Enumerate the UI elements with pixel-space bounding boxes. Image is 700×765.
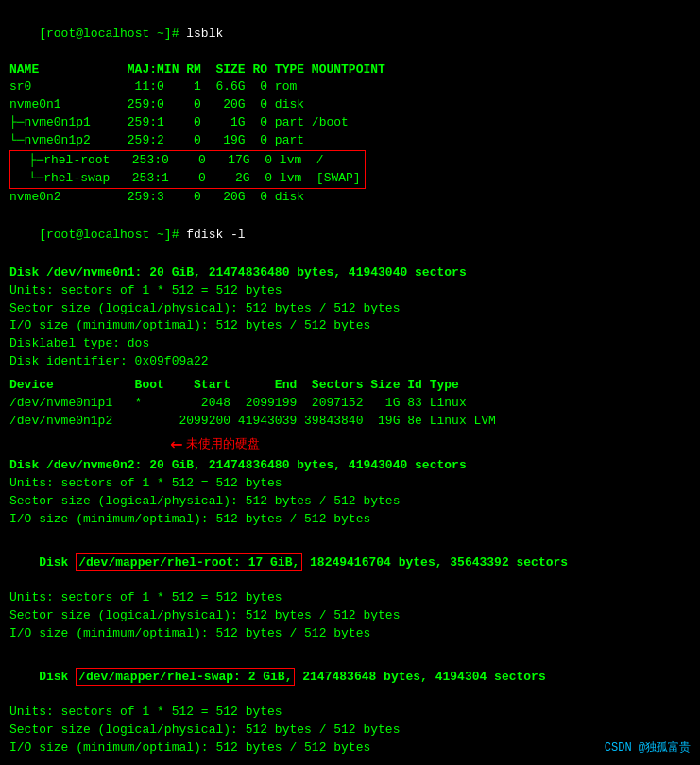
partition-row-2: /dev/nvme0n1p2 2099200 41943039 39843840…: [9, 413, 691, 431]
annotation-text: 未使用的硬盘: [186, 435, 260, 452]
prompt-2: [root@localhost ~]#: [39, 228, 186, 242]
disk-rhel-swap-header: Disk /dev/mapper/rhel-swap: 2 GiB, 21474…: [9, 651, 691, 705]
cmd-1: lsblk: [186, 26, 223, 41]
prompt-line-2: [root@localhost ~]# fdisk -l: [9, 209, 691, 263]
disk-nvme0n2-header: Disk /dev/nvme0n2: 20 GiB, 21474836480 b…: [9, 457, 691, 475]
terminal-window: [root@localhost ~]# lsblk NAME MAJ:MIN R…: [9, 8, 691, 765]
nvme0n1-identifier: Disk identifier: 0x09f09a22: [9, 353, 691, 371]
rhel-root-boxed: /dev/mapper/rhel-root: 17 GiB,: [76, 553, 302, 571]
cmd-2: fdisk -l: [186, 228, 245, 242]
nvme0n2-units: Units: sectors of 1 * 512 = 512 bytes: [9, 475, 691, 493]
lsblk-row-nvme0n1p1: ├─nvme0n1p1 259:1 0 1G 0 part /boot: [9, 114, 691, 132]
lsblk-row-nvme0n1: nvme0n1 259:0 0 20G 0 disk: [9, 96, 691, 114]
prompt-line-3: [root@localhost ~]#: [9, 759, 691, 765]
nvme0n1-disklabel: Disklabel type: dos: [9, 335, 691, 353]
nvme0n2-sector-size: Sector size (logical/physical): 512 byte…: [9, 493, 691, 511]
rhel-swap-sector-size: Sector size (logical/physical): 512 byte…: [9, 722, 691, 740]
partition-row-1: /dev/nvme0n1p1 * 2048 2099199 2097152 1G…: [9, 395, 691, 413]
prompt-line-1: [root@localhost ~]# lsblk: [9, 8, 691, 61]
lsblk-header: NAME MAJ:MIN RM SIZE RO TYPE MOUNTPOINT: [9, 61, 691, 79]
annotation-container: ← 未使用的硬盘: [170, 432, 691, 455]
nvme0n1-units: Units: sectors of 1 * 512 = 512 bytes: [9, 282, 691, 300]
lsblk-row-nvme0n1p2: └─nvme0n1p2 259:2 0 19G 0 part: [9, 132, 691, 150]
watermark: CSDN @独孤富贵: [605, 740, 691, 756]
arrow-icon: ←: [170, 432, 182, 455]
lsblk-row-rhel-root: ├─rhel-root 253:0 0 17G 0 lvm /: [14, 152, 361, 170]
rhel-swap-units: Units: sectors of 1 * 512 = 512 bytes: [9, 704, 691, 722]
nvme0n2-io-size: I/O size (minimum/optimal): 512 bytes / …: [9, 511, 691, 529]
lsblk-row-nvme0n2: nvme0n2 259:3 0 20G 0 disk: [9, 189, 691, 207]
rhel-root-sector-size: Sector size (logical/physical): 512 byte…: [9, 607, 691, 625]
lvm-box: ├─rhel-root 253:0 0 17G 0 lvm / └─rhel-s…: [9, 150, 366, 190]
disk-nvme0n1-header: Disk /dev/nvme0n1: 20 GiB, 21474836480 b…: [9, 264, 691, 282]
disk-rhel-root-header: Disk /dev/mapper/rhel-root: 17 GiB, 1824…: [9, 536, 691, 590]
rhel-root-io-size: I/O size (minimum/optimal): 512 bytes / …: [9, 625, 691, 643]
partition-header: Device Boot Start End Sectors Size Id Ty…: [9, 377, 691, 395]
nvme0n1-sector-size: Sector size (logical/physical): 512 byte…: [9, 300, 691, 318]
prompt-1: [root@localhost ~]#: [39, 26, 186, 41]
nvme0n1-io-size: I/O size (minimum/optimal): 512 bytes / …: [9, 317, 691, 335]
rhel-root-units: Units: sectors of 1 * 512 = 512 bytes: [9, 589, 691, 607]
rhel-swap-io-size: I/O size (minimum/optimal): 512 bytes / …: [9, 740, 691, 757]
lsblk-row-sr0: sr0 11:0 1 6.6G 0 rom: [9, 78, 691, 96]
rhel-swap-boxed: /dev/mapper/rhel-swap: 2 GiB,: [76, 668, 295, 686]
lsblk-row-rhel-swap: └─rhel-swap 253:1 0 2G 0 lvm [SWAP]: [14, 170, 361, 188]
